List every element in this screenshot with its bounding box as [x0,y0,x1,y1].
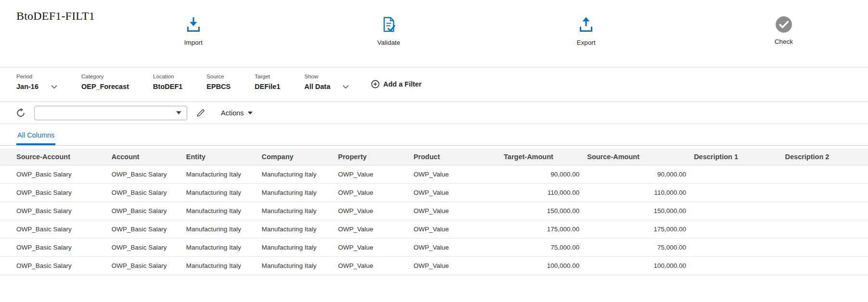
cell-source-amount[interactable]: 75,000.00 [583,239,690,257]
cell-entity: Manufacturing Italy [182,257,258,275]
cell-company: Manufacturing Italy [258,202,334,220]
cell-source-account: OWP_Basic Salary [0,165,108,184]
import-button[interactable]: Import [162,15,225,46]
column-header-product[interactable]: Product [409,149,500,165]
import-icon [184,15,203,35]
column-header-account[interactable]: Account [108,149,182,165]
chevron-down-icon[interactable] [343,85,349,89]
cell-description-2 [781,220,868,239]
workbench-combobox[interactable] [34,106,187,120]
cell-target-amount: 100,000.00 [500,257,583,275]
tab-all-columns[interactable]: All Columns [16,131,55,145]
edit-button[interactable] [193,106,208,120]
cell-entity: Manufacturing Italy [182,220,258,239]
chevron-down-icon[interactable] [51,85,57,89]
cell-description-1 [690,220,781,239]
table-row[interactable]: OWP_Basic SalaryOWP_Basic SalaryManufact… [0,165,868,184]
cell-company: Manufacturing Italy [258,239,334,257]
data-integration-workbench: BtoDEF1-FILT1 Import Validate [0,0,868,275]
cell-product: OWP_Value [409,165,500,184]
column-header-description-2[interactable]: Description 2 [781,149,868,165]
pov-filter-label: Source [206,74,230,79]
cell-product: OWP_Value [409,257,500,275]
cell-source-amount[interactable]: 110,000.00 [583,184,690,202]
cell-entity: Manufacturing Italy [182,184,258,202]
pov-filter-list: PeriodJan-16CategoryOEP_ForecastLocation… [16,74,349,90]
table-row[interactable]: OWP_Basic SalaryOWP_Basic SalaryManufact… [0,184,868,202]
cell-company: Manufacturing Italy [258,257,334,275]
export-icon [576,15,596,35]
pov-filter-label: Period [16,74,57,79]
pov-bar: PeriodJan-16CategoryOEP_ForecastLocation… [0,67,868,102]
cell-description-1 [690,239,781,257]
validate-button[interactable]: Validate [357,15,420,46]
cell-account: OWP_Basic Salary [108,202,182,220]
column-header-description-1[interactable]: Description 1 [690,149,781,165]
actions-menu-label: Actions [221,109,244,117]
cell-source-amount[interactable]: 90,000.00 [583,165,690,184]
pov-filter-source: SourceEPBCS [206,74,230,90]
cell-product: OWP_Value [409,239,500,257]
cell-account: OWP_Basic Salary [108,165,182,184]
table-row[interactable]: OWP_Basic SalaryOWP_Basic SalaryManufact… [0,220,868,239]
cell-account: OWP_Basic Salary [108,239,182,257]
pov-filter-label: Target [255,74,280,79]
header: BtoDEF1-FILT1 Import Validate [0,0,868,67]
cell-company: Manufacturing Italy [258,220,334,239]
cell-source-amount[interactable]: 175,000.00 [583,220,690,239]
check-button-label: Check [775,38,793,45]
column-header-company[interactable]: Company [258,149,334,165]
check-icon [775,15,793,34]
cell-target-amount: 175,000.00 [500,220,583,239]
cell-description-1 [690,165,781,184]
column-header-property[interactable]: Property [334,149,410,165]
cell-account: OWP_Basic Salary [108,257,182,275]
cell-property: OWP_Value [334,220,410,239]
cell-entity: Manufacturing Italy [182,165,258,184]
cell-property: OWP_Value [334,184,410,202]
table-row[interactable]: OWP_Basic SalaryOWP_Basic SalaryManufact… [0,202,868,220]
secondary-toolbar: Actions [0,102,868,124]
pov-filter-label: Show [304,74,349,79]
pov-filter-period[interactable]: PeriodJan-16 [16,74,57,90]
column-header-entity[interactable]: Entity [182,149,258,165]
tab-bar: All Columns [0,124,868,146]
cell-source-amount[interactable]: 100,000.00 [583,257,690,275]
column-header-source-account[interactable]: Source-Account [0,149,108,165]
table-row[interactable]: OWP_Basic SalaryOWP_Basic SalaryManufact… [0,239,868,257]
cell-description-1 [690,202,781,220]
cell-source-amount[interactable]: 150,000.00 [583,202,690,220]
cell-product: OWP_Value [409,202,500,220]
cell-description-2 [781,184,868,202]
cell-product: OWP_Value [409,220,500,239]
cell-entity: Manufacturing Italy [182,239,258,257]
grid-header-row: Source-AccountAccountEntityCompanyProper… [0,149,868,165]
actions-menu-button[interactable]: Actions [221,109,253,117]
cell-source-account: OWP_Basic Salary [0,257,108,275]
cell-entity: Manufacturing Italy [182,202,258,220]
pov-filter-value: DEFile1 [255,83,280,90]
refresh-icon [15,108,26,118]
grid-body: OWP_Basic SalaryOWP_Basic SalaryManufact… [0,165,868,275]
table-row[interactable]: OWP_Basic SalaryOWP_Basic SalaryManufact… [0,257,868,275]
column-header-source-amount[interactable]: Source-Amount [583,149,690,165]
add-filter-button[interactable]: Add a Filter [371,80,421,88]
cell-description-2 [781,202,868,220]
cell-property: OWP_Value [334,239,410,257]
pov-filter-value: All Data [304,83,349,90]
add-filter-plus-icon [371,80,380,88]
pov-filter-value: EPBCS [206,83,230,90]
cell-description-1 [690,257,781,275]
column-header-target-amount[interactable]: Target-Amount [500,149,583,165]
pov-filter-show[interactable]: ShowAll Data [304,74,349,90]
cell-account: OWP_Basic Salary [108,220,182,239]
cell-source-account: OWP_Basic Salary [0,202,108,220]
export-button[interactable]: Export [555,15,617,46]
cell-target-amount: 90,000.00 [500,165,583,184]
cell-source-account: OWP_Basic Salary [0,220,108,239]
validate-icon [379,15,398,35]
pov-filter-label: Category [81,74,129,79]
refresh-button[interactable] [13,106,28,120]
dropdown-caret-icon[interactable] [176,111,181,114]
check-button[interactable]: Check [753,15,815,45]
